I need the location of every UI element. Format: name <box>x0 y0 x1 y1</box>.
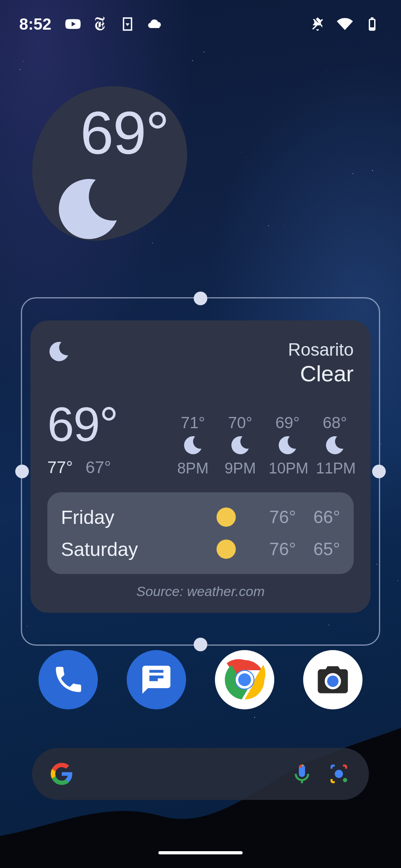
weather-large-widget[interactable]: Rosarito Clear 69° 77° 67° 71° 8PM 70° 9… <box>30 320 371 613</box>
hourly-time: 10PM <box>269 460 306 477</box>
dnd-icon <box>310 16 326 32</box>
phone-icon <box>52 664 84 696</box>
daily-low: 65° <box>296 539 340 559</box>
sun-icon <box>217 508 236 527</box>
phone-app[interactable] <box>38 650 98 709</box>
daily-forecast: Friday 76° 66° Saturday 76° 65° <box>47 492 354 574</box>
chrome-icon <box>215 650 274 709</box>
nyt-icon <box>92 16 108 32</box>
hourly-temp: 70° <box>221 414 259 432</box>
resize-handle-left[interactable] <box>15 465 29 478</box>
weather-hilo: 77° 67° <box>47 458 117 477</box>
moon-icon <box>174 432 212 460</box>
svg-rect-0 <box>370 27 374 29</box>
messages-icon <box>140 663 173 697</box>
svg-point-3 <box>237 672 252 687</box>
cloud-icon <box>147 16 163 32</box>
download-icon <box>119 16 136 32</box>
daily-day: Saturday <box>61 538 217 560</box>
svg-point-7 <box>343 778 347 782</box>
weather-location: Rosarito <box>288 340 354 360</box>
google-g-icon <box>50 762 74 786</box>
status-time: 8:52 <box>19 15 51 33</box>
daily-row: Saturday 76° 65° <box>61 533 340 565</box>
lens-icon[interactable] <box>326 761 351 786</box>
hourly-item: 68° 11PM <box>316 414 354 477</box>
weather-current-temperature: 69° <box>47 403 117 446</box>
hourly-time: 11PM <box>316 460 354 477</box>
daily-high: 76° <box>252 507 296 527</box>
hourly-temp: 71° <box>174 414 212 432</box>
camera-icon <box>315 662 351 698</box>
weather-high: 77° <box>47 458 73 477</box>
hourly-time: 9PM <box>221 460 259 477</box>
daily-day: Friday <box>61 506 217 528</box>
weather-low: 67° <box>85 458 111 477</box>
moon-icon <box>316 432 354 460</box>
wifi-icon <box>337 16 353 32</box>
gesture-nav-bar[interactable] <box>158 851 243 854</box>
hourly-temp: 68° <box>316 414 354 432</box>
hourly-forecast: 71° 8PM 70° 9PM 69° 10PM 68° 11PM <box>174 414 354 477</box>
daily-high: 76° <box>252 539 296 559</box>
moon-icon <box>269 432 306 460</box>
status-bar: 8:52 <box>0 0 401 48</box>
app-dock <box>0 644 401 716</box>
weather-condition: Clear <box>288 360 354 387</box>
hourly-time: 8PM <box>174 460 212 477</box>
hourly-item: 71° 8PM <box>174 414 212 477</box>
daily-row: Friday 76° 66° <box>61 501 340 533</box>
svg-point-6 <box>335 770 343 778</box>
hourly-item: 69° 10PM <box>269 414 306 477</box>
hourly-item: 70° 9PM <box>221 414 259 477</box>
camera-app[interactable] <box>303 650 363 709</box>
weather-small-widget[interactable]: 69° <box>28 80 192 248</box>
moon-icon <box>47 340 71 365</box>
sun-icon <box>217 540 236 559</box>
hourly-temp: 69° <box>269 414 306 432</box>
daily-low: 66° <box>296 507 340 527</box>
chrome-app[interactable] <box>215 650 274 709</box>
messages-app[interactable] <box>127 650 186 709</box>
youtube-icon <box>65 16 81 32</box>
weather-source: Source: weather.com <box>47 584 354 599</box>
battery-icon <box>364 16 380 32</box>
resize-handle-top[interactable] <box>194 292 207 305</box>
mic-icon[interactable] <box>290 761 314 786</box>
resize-handle-right[interactable] <box>372 465 386 478</box>
google-search-bar[interactable] <box>32 748 369 800</box>
weather-small-temperature: 69° <box>80 99 169 168</box>
moon-icon <box>221 432 259 460</box>
moon-icon <box>52 172 124 246</box>
